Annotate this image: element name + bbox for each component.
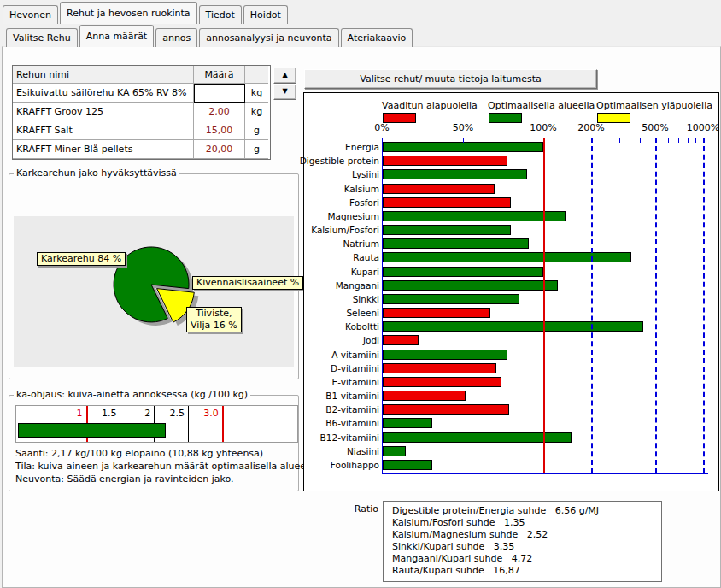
bar-label-foolihappo: Foolihappo	[294, 460, 379, 471]
tab-sub-anna-m-r-t[interactable]: Anna määrät	[79, 25, 154, 47]
gauge-tick-label: 1.5	[87, 408, 116, 419]
bar-sinkki	[383, 294, 519, 304]
tab-main-tiedot[interactable]: Tiedot	[199, 5, 242, 24]
bar-label-sinkki: Sinkki	[294, 294, 379, 305]
bar-d-vitamiini	[383, 363, 496, 373]
pie-chart-panel: Karkearehu 84 %Kivennäislisäaineet %Tiiv…	[14, 216, 294, 368]
feed-amount-cell[interactable]: 15,00	[194, 121, 245, 140]
feed-unit-cell: kg	[245, 84, 268, 103]
table-row: KRAFFT Groov 1252,00kg	[13, 103, 270, 121]
dashed-gridline-200	[591, 138, 593, 473]
feed-amount-cell[interactable]: 20,00	[194, 140, 245, 159]
ratio-label: Ratio	[348, 503, 378, 514]
legend-label: Optimaalisella alueella	[488, 100, 595, 111]
gauge-tick-label: 2.5	[155, 408, 185, 419]
up-arrow-icon: ▲	[282, 71, 287, 79]
callout-line: Vilja 16 %	[191, 320, 237, 332]
table-row: KRAFFT Miner Blå pellets20,00g	[13, 140, 270, 159]
bar-magnesium	[383, 211, 566, 221]
ratio-line: Mangaani/Kupari suhde 4,72	[392, 553, 661, 565]
tab-sub-ateriakaavio[interactable]: Ateriakaavio	[341, 28, 413, 47]
column-header-unit	[245, 66, 268, 84]
select-feeds-pasture-button[interactable]: Valitse rehut/ muuta tietoja laitumesta	[304, 69, 597, 89]
bar-digestible-protein	[383, 156, 507, 166]
legend-label: Vaaditun alapuolella	[382, 100, 478, 111]
bar-label-seleeni: Seleeni	[294, 308, 379, 319]
axis-minor-tick	[668, 138, 669, 143]
bar-label-digestible-protein: Digestible protein	[294, 156, 379, 167]
tab-main-rehut-ja-hevosen-ruokinta[interactable]: Rehut ja hevosen ruokinta	[60, 2, 197, 24]
axis-minor-tick	[619, 138, 620, 143]
pie-callout-1: Kivennäislisäaineet %	[192, 276, 303, 290]
gauge-tick-label: 2	[121, 408, 150, 419]
gauge-value-bar	[18, 423, 166, 438]
tab-sub-annosanalyysi-ja-neuvonta[interactable]: annosanalyysi ja neuvonta	[199, 28, 338, 47]
bar-seleeni	[383, 308, 490, 318]
y-axis	[382, 138, 383, 473]
feed-name-cell[interactable]: Esikuivattu säilörehu KA 65% RV 8%	[13, 84, 194, 103]
axis-minor-tick	[678, 138, 679, 143]
bar-label-natrium: Natrium	[294, 238, 379, 250]
bar-label-lysiini: Lysiini	[294, 169, 379, 180]
tab-main-hevonen[interactable]: Hevonen	[3, 5, 58, 24]
bar-e-vitamiini	[383, 377, 501, 387]
gauge-status-state: Tila: kuiva-aineen ja karkearehun määrät…	[15, 461, 319, 472]
bar-label-fosfori: Fosfori	[294, 197, 379, 209]
bar-label-a-vitamiini: A-vitamiini	[294, 350, 379, 361]
pie-callout-2: Tiiviste,Vilja 16 %	[186, 307, 242, 332]
bar-mangaani	[383, 280, 558, 291]
down-arrow-icon: ▼	[282, 87, 287, 95]
bar-label-koboltti: Koboltti	[294, 321, 379, 332]
bar-foolihappo	[383, 460, 432, 470]
bar-koboltti	[383, 321, 643, 332]
ratio-line: Kalsium/Magnesium suhde 2,52	[392, 529, 661, 541]
bar-niasiini	[383, 446, 406, 456]
feed-amount-cell[interactable]: 2,00	[194, 103, 245, 121]
column-header-amount: Määrä	[194, 66, 245, 84]
gauge-status-intake: Saanti: 2,17 kg/100 kg elopaino (10,88 k…	[15, 448, 263, 459]
bar-label-niasiini: Niasiini	[294, 446, 379, 457]
bar-label-d-vitamiini: D-vitamiini	[294, 363, 379, 374]
ratio-line: Sinkki/Kupari suhde 3,35	[392, 541, 661, 553]
axis-tick-label: 100%	[525, 122, 562, 133]
axis-tick-label: 0%	[363, 122, 401, 133]
bar-label-e-vitamiini: E-vitamiini	[294, 377, 379, 388]
feed-name-cell[interactable]: KRAFFT Miner Blå pellets	[13, 140, 194, 159]
bar-label-kalsium-fosfori: Kalsium/Fosfori	[294, 225, 379, 236]
dashed-gridline-500	[655, 138, 657, 473]
application-window: HevonenRehut ja hevosen ruokintaTiedotHo…	[0, 0, 721, 588]
tab-main-hoidot[interactable]: Hoidot	[243, 5, 288, 24]
bar-label-b6-vitamiini: B6-vitamiini	[294, 418, 379, 429]
column-header-name: Rehun nimi	[13, 66, 194, 84]
bar-label-jodi: Jodi	[294, 335, 379, 346]
bar-jodi	[383, 335, 419, 345]
bar-fosfori	[383, 197, 511, 208]
axis-minor-tick	[463, 138, 464, 143]
tab-sub-annos[interactable]: annos	[155, 28, 197, 47]
bar-label-rauta: Rauta	[294, 252, 379, 263]
axis-tick-label: 500%	[636, 122, 674, 133]
roughage-groupbox-title: Karkearehun jako hyväksyttävissä	[14, 168, 179, 179]
sub-tab-bar: Valitse RehuAnna määrätannosannosanalyys…	[6, 25, 413, 47]
callout-line: Kivennäislisäaineet %	[196, 277, 299, 289]
row-up-button[interactable]: ▲	[273, 68, 296, 84]
row-down-button[interactable]: ▼	[273, 84, 296, 100]
pie-chart-svg	[14, 216, 294, 368]
bar-label-magnesium: Magnesium	[294, 211, 379, 222]
gauge-status-advice: Neuvonta: Säädä energian ja ravinteiden …	[15, 473, 233, 485]
feed-amount-cell[interactable]: 14,00	[194, 84, 245, 103]
feed-name-cell[interactable]: KRAFFT Groov 125	[13, 103, 194, 121]
bar-lysiini	[383, 169, 527, 179]
dry-matter-gauge: 11.522.53.0	[15, 405, 298, 443]
dry-matter-groupbox-title: ka-ohjaus: kuiva-ainetta annoksessa (kg …	[14, 389, 250, 400]
bar-label-mangaani: Mangaani	[294, 280, 379, 291]
bar-kalsium-fosfori	[383, 225, 511, 235]
axis-tick-label: 200%	[572, 122, 610, 133]
bar-label-b12-vitamiini: B12-vitamiini	[294, 432, 379, 444]
tab-sub-valitse-rehu[interactable]: Valitse Rehu	[6, 28, 78, 47]
bar-b2-vitamiini	[383, 404, 509, 415]
axis-minor-tick	[695, 138, 696, 143]
bar-a-vitamiini	[383, 350, 507, 360]
feed-name-cell[interactable]: KRAFFT Salt	[13, 121, 194, 140]
ratio-line: Kalsium/Fosfori suhde 1,35	[392, 517, 661, 529]
